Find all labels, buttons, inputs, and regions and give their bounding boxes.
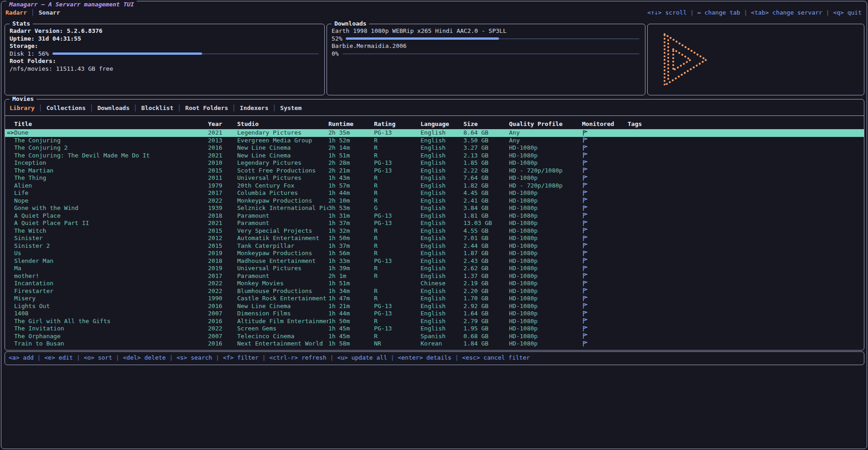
monitored-flag-icon <box>582 227 587 234</box>
tab-system[interactable]: System <box>280 105 301 112</box>
download-progress-bar <box>346 35 640 42</box>
monitored-flag-icon <box>582 250 587 256</box>
cell-rating: PG-13 <box>374 167 421 175</box>
cell-year: 2021 <box>208 220 237 227</box>
cell-title: Lights Out <box>14 303 208 310</box>
tab-indexers[interactable]: Indexers <box>240 105 269 112</box>
tab-separator: │ <box>272 105 276 112</box>
table-row[interactable]: Life 2017 Columbia Pictures 1h 44m R Eng… <box>5 189 864 197</box>
cell-studio: Madhouse Entertainment <box>237 257 328 265</box>
cell-language: Spanish <box>421 333 463 340</box>
servarr-tab-radarr[interactable]: Radarr <box>5 9 27 17</box>
table-row[interactable]: Us 2019 Monkeypaw Productions 1h 56m R E… <box>5 250 864 257</box>
tab-root-folders[interactable]: Root Folders <box>185 105 228 112</box>
cell-quality: HD-1080p <box>509 280 582 288</box>
cell-studio: Telecinco Cinema <box>237 333 328 340</box>
table-row[interactable]: Sinister 2012 Automatik Entertainment 1h… <box>5 235 864 242</box>
table-row[interactable]: Gone with the Wind 1939 Selznick Interna… <box>5 204 864 212</box>
cell-rating: R <box>374 152 421 160</box>
table-row[interactable]: The Conjuring 2013 Evergreen Media Group… <box>5 137 864 145</box>
cell-rating: R <box>374 197 421 205</box>
cell-monitored <box>582 242 628 250</box>
table-row[interactable]: The Girl with All the Gifts 2016 Altitud… <box>5 318 864 325</box>
table-row[interactable]: Alien 1979 20th Century Fox 1h 57m R Eng… <box>5 182 864 190</box>
table-row[interactable]: Sinister 2 2015 Tank Caterpillar 1h 37m … <box>5 242 864 250</box>
cell-studio: Screen Gems <box>237 325 328 333</box>
column-header-size: Size <box>463 120 509 128</box>
table-row[interactable]: The Orphanage 2007 Telecinco Cinema 1h 4… <box>5 333 864 340</box>
tab-downloads[interactable]: Downloads <box>98 105 130 112</box>
cell-size: 3.50 GB <box>463 137 509 145</box>
monitored-flag-icon <box>582 295 587 302</box>
table-row[interactable]: A Quiet Place Part II 2021 Paramount 1h … <box>5 220 864 227</box>
cell-title: Dune <box>14 129 208 137</box>
cell-studio: New Line Cinema <box>237 144 328 152</box>
table-row[interactable]: The Conjuring: The Devil Made Me Do It 2… <box>5 152 864 160</box>
table-row[interactable]: Misery 1990 Castle Rock Entertainment 1h… <box>5 295 864 303</box>
column-header-quality-profile: Quality Profile <box>509 120 582 128</box>
tab-separator: │ <box>31 9 35 17</box>
monitored-flag-icon <box>582 325 587 332</box>
cell-studio: Universal Pictures <box>237 265 328 272</box>
tab-collections[interactable]: Collections <box>47 105 86 112</box>
movies-tab-bar: Library│Collections│Downloads│Blocklist│… <box>5 105 864 116</box>
table-row[interactable]: 1408 2007 Dimension Films 1h 44m PG-13 E… <box>5 310 864 318</box>
monitored-flag-icon <box>582 235 587 241</box>
cell-runtime: 2h 1m <box>328 272 374 280</box>
cell-quality: HD-1080p <box>509 340 582 348</box>
servarr-tab-bar: Radarr│Sonarr <box>5 9 60 17</box>
table-row[interactable]: The Thing 2011 Universal Pictures 1h 43m… <box>5 174 864 182</box>
cell-rating: R <box>374 227 421 235</box>
column-header-runtime: Runtime <box>328 120 374 128</box>
bottom-help-line: <a> add | <e> edit | <o> sort | <del> de… <box>5 352 864 364</box>
cell-language: English <box>421 250 463 257</box>
cell-year: 2021 <box>208 152 237 160</box>
cell-monitored <box>582 212 628 220</box>
cell-year: 2016 <box>208 303 237 310</box>
cell-language: English <box>421 204 463 212</box>
cell-monitored <box>582 144 628 152</box>
cell-studio: Very Special Projects <box>237 227 328 235</box>
tab-blocklist[interactable]: Blocklist <box>141 105 173 112</box>
cell-size: 2.22 GB <box>463 167 509 175</box>
help-separator: | <box>387 354 398 361</box>
cell-language: English <box>421 174 463 182</box>
cell-quality: HD-1080p <box>509 144 582 152</box>
cell-quality: HD-1080p <box>509 257 582 265</box>
cell-size: 1.82 GB <box>463 182 509 190</box>
tab-library[interactable]: Library <box>10 105 35 112</box>
table-row[interactable]: The Witch 2015 Very Special Projects 1h … <box>5 227 864 235</box>
cell-monitored <box>582 189 628 197</box>
servarr-tab-sonarr[interactable]: Sonarr <box>39 9 60 17</box>
cell-rating: G <box>374 204 421 212</box>
cell-year: 2015 <box>208 242 237 250</box>
table-row[interactable]: Ma 2019 Universal Pictures 1h 39m R Engl… <box>5 265 864 272</box>
cell-title: Alien <box>14 182 208 190</box>
cell-studio: Scott Free Productions <box>237 167 328 175</box>
cell-monitored <box>582 159 628 167</box>
column-header-monitored: Monitored <box>582 120 628 128</box>
help-item-enter-details: <enter> details <box>398 354 451 361</box>
table-row[interactable]: mother! 2017 Paramount 2h 1m R English 1… <box>5 272 864 280</box>
table-row[interactable]: Train to Busan 2016 Next Entertainment W… <box>5 340 864 348</box>
monitored-flag-icon <box>582 265 587 272</box>
cell-quality: HD-1080p <box>509 159 582 167</box>
table-row[interactable]: Slender Man 2018 Madhouse Entertainment … <box>5 257 864 265</box>
table-row[interactable]: The Martian 2015 Scott Free Productions … <box>5 167 864 175</box>
table-row[interactable]: Firestarter 2022 Blumhouse Productions 1… <box>5 288 864 295</box>
cell-runtime: 1h 50m <box>328 318 374 325</box>
table-row[interactable]: The Conjuring 2 2016 New Line Cinema 2h … <box>5 144 864 152</box>
table-row[interactable]: Inception 2010 Legendary Pictures 2h 28m… <box>5 159 864 167</box>
selection-marker: => <box>7 129 14 137</box>
table-row[interactable]: Nope 2022 Monkeypaw Productions 2h 10m R… <box>5 197 864 205</box>
table-row[interactable]: The Invitation 2022 Screen Gems 1h 45m P… <box>5 325 864 333</box>
table-row[interactable]: A Quiet Place 2018 Paramount 1h 31m PG-1… <box>5 212 864 220</box>
table-row[interactable]: Lights Out 2016 New Line Cinema 1h 21m P… <box>5 303 864 310</box>
cell-title: The Girl with All the Gifts <box>14 318 208 325</box>
table-row[interactable]: => Dune 2021 Legendary Pictures 2h 35m P… <box>5 129 864 137</box>
downloads-panel: Downloads Earth 1998 1080p WEBRip x265 H… <box>327 24 645 95</box>
cell-runtime: 1h 34m <box>328 288 374 295</box>
cell-quality: HD-1080p <box>509 227 582 235</box>
table-row[interactable]: Incantation 2022 Monkey Movies 1h 51m Ch… <box>5 280 864 288</box>
cell-quality: HD-1080p <box>509 174 582 182</box>
